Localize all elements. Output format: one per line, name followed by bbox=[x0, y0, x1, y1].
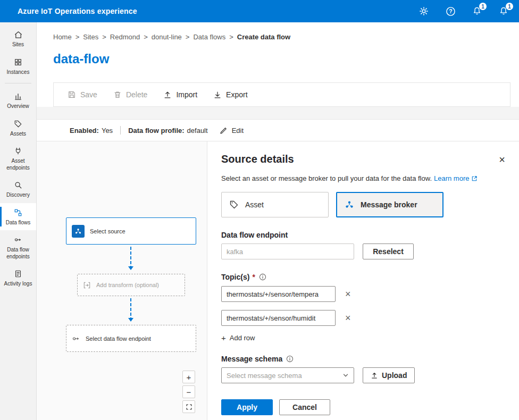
sidebar-item-instances[interactable]: Instances bbox=[0, 53, 36, 80]
add-row-button[interactable]: + Add row bbox=[221, 334, 255, 342]
topic-input-2[interactable] bbox=[221, 310, 336, 326]
save-icon bbox=[68, 90, 76, 99]
section-gap bbox=[37, 107, 519, 120]
sidebar-item-asset-endpoints[interactable]: Asset endpoints bbox=[0, 141, 36, 175]
topic-input-1[interactable] bbox=[221, 286, 336, 302]
activity-logs-icon bbox=[13, 269, 23, 279]
sidebar-item-overview[interactable]: Overview bbox=[0, 87, 36, 114]
fit-to-screen-icon bbox=[186, 404, 192, 410]
asset-endpoints-icon bbox=[13, 146, 23, 156]
breadcrumb-separator: > bbox=[229, 33, 233, 41]
learn-more-link[interactable]: Learn more bbox=[434, 174, 478, 182]
enabled-value: Yes bbox=[102, 127, 113, 135]
panel-description: Select an asset or message broker to pul… bbox=[221, 174, 508, 182]
left-nav: Sites Instances Overview Assets bbox=[0, 22, 37, 420]
import-button[interactable]: Import bbox=[157, 87, 204, 102]
info-icon[interactable] bbox=[286, 355, 294, 363]
transform-icon bbox=[83, 281, 91, 289]
topbar-actions: ? 1 bbox=[418, 5, 509, 17]
status-bar: Enabled: Yes Data flow profile: default … bbox=[37, 120, 519, 141]
sidebar-item-discovery[interactable]: Discovery bbox=[0, 175, 36, 203]
message-schema-dropdown[interactable]: Select message schema bbox=[221, 367, 354, 383]
alert-count-badge: 1 bbox=[479, 3, 487, 10]
notification-count-badge: 1 bbox=[506, 3, 513, 10]
top-bar: Azure IoT Operations experience ? bbox=[0, 0, 519, 22]
delete-row-icon[interactable]: × bbox=[342, 288, 354, 300]
sidebar-item-data-flow-endpoints[interactable]: Data flow endpoints bbox=[0, 230, 36, 264]
app-title: Azure IoT Operations experience bbox=[18, 7, 137, 15]
settings-button[interactable] bbox=[418, 5, 430, 17]
zoom-out-button[interactable]: − bbox=[182, 385, 195, 398]
asset-option-label: Asset bbox=[245, 200, 264, 209]
breadcrumb: Home > Sites > Redmond > donut-line > Da… bbox=[37, 22, 519, 41]
breadcrumb-sites[interactable]: Sites bbox=[83, 33, 98, 41]
notifications-button[interactable]: 1 bbox=[498, 5, 509, 17]
message-broker-icon bbox=[345, 200, 354, 209]
delete-row-icon[interactable]: × bbox=[342, 312, 354, 324]
endpoint-field-label: Data flow endpoint bbox=[221, 231, 508, 239]
info-icon[interactable] bbox=[259, 273, 266, 281]
apply-button[interactable]: Apply bbox=[221, 399, 273, 415]
delete-button[interactable]: Delete bbox=[107, 87, 154, 102]
help-button[interactable]: ? bbox=[445, 5, 456, 17]
chevron-down-icon bbox=[342, 372, 349, 379]
pencil-icon bbox=[220, 126, 228, 135]
upload-button[interactable]: Upload bbox=[363, 367, 415, 383]
export-button[interactable]: Export bbox=[207, 87, 254, 102]
plus-icon: + bbox=[221, 334, 226, 342]
select-source-node[interactable]: Select source bbox=[66, 217, 196, 245]
schema-placeholder: Select message schema bbox=[227, 372, 302, 380]
message-broker-icon bbox=[74, 228, 82, 235]
edit-button[interactable]: Edit bbox=[220, 126, 244, 135]
endpoint-input[interactable] bbox=[221, 243, 354, 259]
save-button[interactable]: Save bbox=[61, 87, 104, 102]
cancel-button[interactable]: Cancel bbox=[279, 399, 330, 415]
help-icon: ? bbox=[446, 6, 456, 16]
instances-icon bbox=[13, 57, 23, 67]
source-node-chip bbox=[72, 225, 85, 238]
schema-field-label: Message schema bbox=[221, 355, 508, 363]
command-bar: Save Delete Import bbox=[53, 82, 510, 107]
breadcrumb-separator: > bbox=[76, 33, 80, 41]
endpoint-icon bbox=[72, 334, 80, 343]
discovery-icon bbox=[13, 180, 23, 190]
sidebar-item-activity-logs[interactable]: Activity logs bbox=[0, 264, 36, 292]
message-broker-option-label: Message broker bbox=[361, 200, 417, 209]
breadcrumb-separator: > bbox=[186, 33, 190, 41]
reselect-button[interactable]: Reselect bbox=[363, 243, 414, 259]
upload-icon bbox=[371, 372, 378, 379]
asset-option[interactable]: Asset bbox=[221, 192, 329, 217]
panel-actions: Apply Cancel bbox=[221, 399, 508, 415]
add-transform-node[interactable]: Add transform (optional) bbox=[77, 274, 185, 296]
gear-icon bbox=[419, 6, 429, 16]
breadcrumb-donut-line[interactable]: donut-line bbox=[152, 33, 182, 41]
source-node-label: Select source bbox=[90, 228, 125, 234]
breadcrumb-redmond[interactable]: Redmond bbox=[110, 33, 140, 41]
profile-value: default bbox=[187, 127, 208, 135]
svg-text:?: ? bbox=[449, 9, 452, 14]
alerts-button[interactable]: 1 bbox=[471, 5, 483, 17]
breadcrumb-data-flows[interactable]: Data flows bbox=[193, 33, 225, 41]
endpoint-node-label: Select data flow endpoint bbox=[86, 335, 151, 342]
zoom-in-button[interactable]: + bbox=[182, 371, 195, 383]
sites-icon bbox=[13, 30, 23, 39]
main-content: Home > Sites > Redmond > donut-line > Da… bbox=[37, 22, 519, 420]
close-icon[interactable]: × bbox=[496, 153, 508, 166]
data-flow-endpoints-icon bbox=[13, 235, 23, 245]
enabled-label: Enabled: bbox=[70, 127, 99, 135]
transform-node-label: Add transform (optional) bbox=[96, 282, 159, 288]
page-title: data-flow bbox=[53, 51, 519, 67]
select-endpoint-node[interactable]: Select data flow endpoint bbox=[66, 325, 196, 352]
flow-canvas[interactable]: Select source Add transform (optional) bbox=[37, 141, 207, 420]
profile-label: Data flow profile: bbox=[128, 127, 184, 135]
asset-icon bbox=[229, 200, 239, 209]
fit-to-screen-button[interactable] bbox=[182, 400, 195, 413]
breadcrumb-separator: > bbox=[144, 33, 148, 41]
sidebar-divider bbox=[5, 83, 31, 83]
import-arrow-icon bbox=[163, 90, 172, 99]
sidebar-item-data-flows[interactable]: Data flows bbox=[0, 203, 36, 231]
message-broker-option[interactable]: Message broker bbox=[336, 192, 443, 217]
breadcrumb-home[interactable]: Home bbox=[53, 33, 72, 41]
sidebar-item-assets[interactable]: Assets bbox=[0, 114, 36, 142]
sidebar-item-sites[interactable]: Sites bbox=[0, 25, 36, 53]
